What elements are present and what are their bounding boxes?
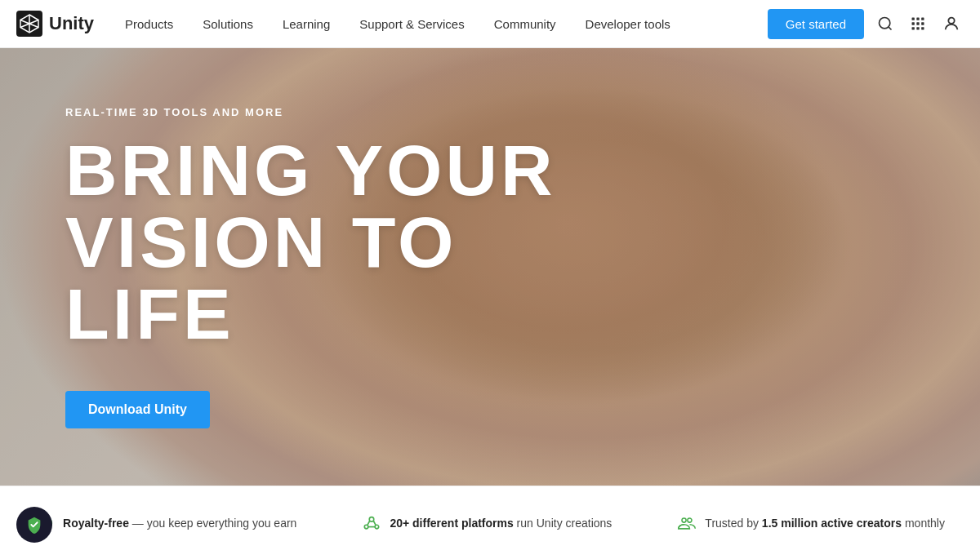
logo-text: Unity [49,13,94,34]
hero-content: REAL-TIME 3D TOOLS AND MORE BRING YOUR V… [0,48,980,486]
search-button[interactable] [874,12,897,35]
hero-title-line2: VISION TO LIFE [65,202,457,354]
svg-rect-8 [916,18,919,20]
svg-rect-11 [916,22,919,24]
download-unity-button[interactable]: Download Unity [65,391,210,428]
svg-point-20 [376,525,380,529]
search-icon [877,16,893,32]
stat-platforms: 20+ different platforms run Unity creati… [362,513,612,533]
svg-rect-9 [921,18,924,20]
svg-rect-10 [912,22,915,24]
svg-point-5 [880,18,890,29]
stat-creators-text: Trusted by 1.5 million active creators m… [705,517,945,530]
svg-point-19 [365,525,369,529]
logo-link[interactable]: Unity [16,11,94,37]
stat-creators: Trusted by 1.5 million active creators m… [677,513,945,533]
navbar-actions: Get started [768,9,964,39]
svg-rect-12 [921,22,924,24]
nav-item-devtools[interactable]: Developer tools [571,0,685,48]
svg-point-16 [948,18,954,24]
user-icon [942,15,960,33]
nav-item-solutions[interactable]: Solutions [188,0,268,48]
svg-point-18 [370,517,375,521]
svg-line-6 [889,27,892,30]
platforms-icon [362,513,381,533]
apps-button[interactable] [906,12,929,35]
security-badge[interactable] [16,507,52,543]
svg-point-24 [682,518,686,522]
get-started-button[interactable]: Get started [768,9,864,39]
nav-item-community[interactable]: Community [479,0,571,48]
stats-bar: Royalty-free — you keep everything you e… [0,486,980,559]
svg-rect-14 [916,27,919,29]
svg-line-21 [368,521,370,525]
nav-item-products[interactable]: Products [110,0,188,48]
shield-icon [25,516,43,534]
hero-cta: Download Unity [65,391,915,428]
unity-logo-icon [16,11,42,37]
main-nav: Products Solutions Learning Support & Se… [110,0,768,48]
navbar: Unity Products Solutions Learning Suppor… [0,0,980,48]
stat-royalty: Royalty-free — you keep everything you e… [35,513,296,533]
user-button[interactable] [939,11,964,36]
grid-icon [910,16,926,32]
svg-rect-15 [921,27,924,29]
nav-item-support[interactable]: Support & Services [345,0,479,48]
nav-item-learning[interactable]: Learning [268,0,345,48]
stat-platforms-text: 20+ different platforms run Unity creati… [390,517,612,530]
stat-royalty-text: Royalty-free — you keep everything you e… [63,517,296,530]
hero-title-line1: BRING YOUR [65,130,556,211]
hero-section: REAL-TIME 3D TOOLS AND MORE BRING YOUR V… [0,48,980,486]
svg-rect-13 [912,27,915,29]
svg-point-25 [688,518,692,522]
svg-rect-7 [912,18,915,20]
hero-eyebrow: REAL-TIME 3D TOOLS AND MORE [65,106,915,118]
hero-title: BRING YOUR VISION TO LIFE [65,135,621,350]
creators-icon [677,513,697,533]
svg-line-22 [374,521,376,525]
